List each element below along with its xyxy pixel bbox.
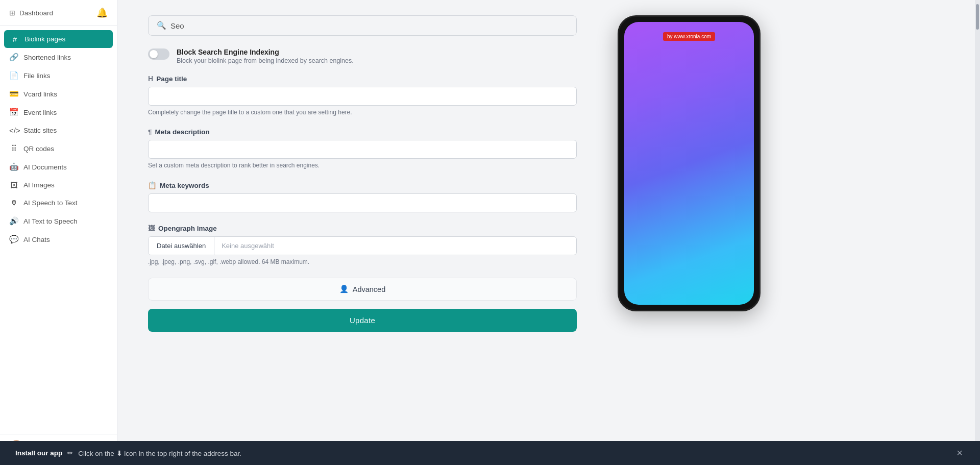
center-panel: 🔍 Seo Block Search Engine Indexing Block… <box>117 0 607 465</box>
qr-codes-label: QR codes <box>23 145 54 153</box>
file-links-label: File links <box>23 72 51 80</box>
chat-icon: 💬 <box>9 235 18 244</box>
static-sites-label: Static sites <box>23 127 57 134</box>
ai-documents-label: AI Documents <box>23 163 67 171</box>
block-search-desc: Block your biolink page from being index… <box>177 57 354 64</box>
sidebar-item-biolink-pages[interactable]: # Biolink pages <box>4 30 113 48</box>
seo-label: Seo <box>170 21 184 30</box>
page-title-input[interactable] <box>148 87 577 106</box>
opengraph-hint: .jpg, .jpeg, .png, .svg, .gif, .webp all… <box>148 258 577 265</box>
sidebar-item-shortened-links[interactable]: 🔗 Shortened links <box>0 48 117 66</box>
sidebar-nav: # Biolink pages 🔗 Shortened links 📄 File… <box>0 26 117 434</box>
advanced-label: Advanced <box>353 285 386 293</box>
sidebar-item-qr-codes[interactable]: ⠿ QR codes <box>0 139 117 158</box>
phone-preview-area: by www.xronia.com <box>607 0 771 465</box>
sidebar-item-ai-images[interactable]: 🖼 AI Images <box>0 176 117 194</box>
opengraph-section: 🖼 Opengraph image Datei auswählen Keine … <box>148 225 577 265</box>
advanced-button[interactable]: 👤 Advanced <box>148 278 577 301</box>
install-bar: Install our app ✏ Click on the ⬇ icon in… <box>0 441 980 465</box>
scrollbar-track[interactable] <box>975 0 980 465</box>
block-search-row: Block Search Engine Indexing Block your … <box>148 48 577 64</box>
sidebar-item-static-sites[interactable]: </> Static sites <box>0 121 117 139</box>
edit-icon: ✏ <box>67 449 73 457</box>
image-icon: 🖼 <box>148 225 155 232</box>
ai-images-label: AI Images <box>23 181 55 189</box>
phone-frame: by www.xronia.com <box>618 15 761 311</box>
card-icon: 💳 <box>9 89 18 99</box>
page-title-hint: Completely change the page title to a cu… <box>148 109 577 116</box>
code-icon: </> <box>9 126 18 135</box>
link-icon: 🔗 <box>9 53 18 62</box>
calendar-icon: 📅 <box>9 108 18 117</box>
meta-keywords-section: 📋 Meta keywords <box>148 181 577 212</box>
sidebar-item-ai-documents[interactable]: 🤖 AI Documents <box>0 158 117 176</box>
seo-bar: 🔍 Seo <box>148 15 577 36</box>
sidebar-item-file-links[interactable]: 📄 File links <box>0 66 117 85</box>
sidebar-item-event-links[interactable]: 📅 Event links <box>0 103 117 121</box>
update-button[interactable]: Update <box>148 309 577 332</box>
meta-description-label: ¶ Meta description <box>148 128 577 136</box>
meta-keywords-label: 📋 Meta keywords <box>148 181 577 189</box>
ai-chats-label: AI Chats <box>23 236 50 243</box>
event-links-label: Event links <box>23 109 57 116</box>
shortened-links-label: Shortened links <box>23 54 71 61</box>
file-choose-button[interactable]: Datei auswählen <box>149 237 214 255</box>
block-search-label-group: Block Search Engine Indexing Block your … <box>177 48 354 64</box>
install-desc: Click on the ⬇ icon in the top right of … <box>78 449 949 457</box>
file-none-label: Keine ausgewählt <box>214 237 576 255</box>
ai-speech-to-text-label: AI Speech to Text <box>23 199 78 207</box>
biolink-pages-label: Biolink pages <box>24 35 65 43</box>
ai-images-icon: 🖼 <box>9 181 18 189</box>
bell-icon-button[interactable]: 🔔 <box>96 7 108 18</box>
page-title-section: H Page title Completely change the page … <box>148 75 577 116</box>
sidebar-item-ai-speech-to-text[interactable]: 🎙 AI Speech to Text <box>0 194 117 212</box>
scrollbar-thumb[interactable] <box>976 4 979 30</box>
meta-description-hint: Set a custom meta description to rank be… <box>148 162 577 169</box>
person-icon: 👤 <box>339 285 349 293</box>
opengraph-label: 🖼 Opengraph image <box>148 225 577 232</box>
dashboard-nav-item[interactable]: ⊞ Dashboard <box>9 9 53 17</box>
hash-icon: # <box>10 35 19 43</box>
qr-icon: ⠿ <box>9 144 18 153</box>
file-upload-row: Datei auswählen Keine ausgewählt <box>148 236 577 255</box>
update-label: Update <box>350 316 375 325</box>
heading-icon: H <box>148 75 153 83</box>
phone-watermark: by www.xronia.com <box>663 32 715 41</box>
file-icon: 📄 <box>9 71 18 80</box>
content-area: 🔍 Seo Block Search Engine Indexing Block… <box>117 0 980 465</box>
vcard-links-label: Vcard links <box>23 90 57 98</box>
sidebar-item-ai-chats[interactable]: 💬 AI Chats <box>0 230 117 249</box>
phone-screen: by www.xronia.com <box>624 22 754 305</box>
meta-description-section: ¶ Meta description Set a custom meta des… <box>148 128 577 169</box>
ai-docs-icon: 🤖 <box>9 162 18 172</box>
page-title-label: H Page title <box>148 75 577 83</box>
download-icon: ⬇ <box>116 449 122 457</box>
keywords-icon: 📋 <box>148 181 157 189</box>
dashboard-label: Dashboard <box>19 9 53 17</box>
main-wrapper: 🔍 Seo Block Search Engine Indexing Block… <box>117 0 980 465</box>
sidebar-top: ⊞ Dashboard 🔔 <box>0 0 117 26</box>
sidebar-item-vcard-links[interactable]: 💳 Vcard links <box>0 85 117 103</box>
meta-keywords-input[interactable] <box>148 193 577 212</box>
install-label: Install our app <box>15 449 62 457</box>
meta-description-input[interactable] <box>148 140 577 159</box>
sidebar: ⊞ Dashboard 🔔 # Biolink pages 🔗 Shortene… <box>0 0 117 465</box>
grid-icon: ⊞ <box>9 9 15 17</box>
block-search-title: Block Search Engine Indexing <box>177 48 354 56</box>
ai-text-to-speech-label: AI Text to Speech <box>23 217 78 225</box>
seo-search-icon: 🔍 <box>157 21 166 30</box>
block-search-toggle[interactable] <box>148 48 169 60</box>
install-close-button[interactable]: × <box>954 447 965 459</box>
paragraph-icon: ¶ <box>148 128 152 136</box>
microphone-icon: 🎙 <box>9 199 18 207</box>
sidebar-item-ai-text-to-speech[interactable]: 🔊 AI Text to Speech <box>0 212 117 230</box>
speaker-icon: 🔊 <box>9 216 18 226</box>
